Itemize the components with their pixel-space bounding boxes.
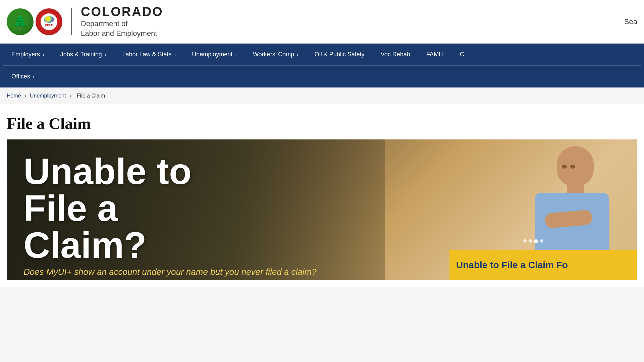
breadcrumb-separator-1: › [24, 93, 28, 99]
carousel-dots[interactable] [523, 239, 543, 243]
chevron-icon: › [297, 52, 299, 57]
hero-banner: Unable to File a Claim? Does MyUI+ show … [7, 139, 637, 280]
banner-yellow-bar[interactable]: Unable to File a Claim Fo [449, 250, 637, 280]
banner-yellow-text: Unable to File a Claim Fo [456, 260, 568, 270]
breadcrumb-home[interactable]: Home [7, 93, 21, 99]
nav-item-employers[interactable]: Employers › [3, 44, 52, 65]
cdle-logo: CDLE [36, 8, 62, 35]
colorado-tree-logo: 🌲 [7, 8, 34, 35]
chevron-icon: › [105, 52, 106, 57]
nav-item-offices[interactable]: Offices › [3, 66, 42, 87]
org-subtitle: Department of Labor and Employment [81, 19, 163, 38]
banner-line1: Unable to [23, 153, 317, 190]
banner-area: Unable to File a Claim? Does MyUI+ show … [0, 139, 644, 287]
org-name-area: COLORADO Department of Labor and Employm… [81, 5, 163, 38]
nav-item-jobs-training[interactable]: Jobs & Training › [52, 44, 114, 65]
banner-text: Unable to File a Claim? Does MyUI+ show … [23, 153, 317, 277]
site-header: 🌲 CDLE COLORADO Department of Labor and … [0, 0, 644, 44]
breadcrumb-unemployment[interactable]: Unemployment [30, 93, 66, 99]
nav-item-voc-rehab[interactable]: Voc Rehab [373, 44, 418, 65]
chevron-icon: › [33, 74, 35, 79]
carousel-dot-2[interactable] [529, 239, 532, 243]
breadcrumb: Home › Unemployment › File a Claim [0, 87, 644, 104]
pine-tree-icon: 🌲 [13, 16, 28, 28]
carousel-dot-4[interactable] [540, 239, 543, 243]
nav-item-unemployment[interactable]: Unemployment › [184, 44, 245, 65]
logo-area: 🌲 CDLE COLORADO Department of Labor and … [7, 5, 163, 38]
carousel-dot-3[interactable] [534, 239, 538, 243]
search-label: Sea [624, 17, 637, 26]
banner-line2: File a [23, 190, 317, 227]
page-title: File a Claim [7, 114, 637, 133]
page-title-area: File a Claim [0, 104, 644, 139]
nav-item-famli[interactable]: FAMLI [418, 44, 452, 65]
chevron-icon: › [43, 52, 44, 57]
nav-row-1: Employers › Jobs & Training › Labor Law … [3, 44, 641, 65]
main-nav: Employers › Jobs & Training › Labor Law … [0, 44, 644, 87]
breadcrumb-separator-2: › [69, 93, 73, 99]
search-area[interactable]: Sea [624, 17, 637, 26]
logo-icons: 🌲 CDLE [7, 8, 62, 35]
banner-sub-text: Does MyUI+ show an account under your na… [23, 267, 317, 277]
banner-line3: Claim? [23, 227, 317, 263]
carousel-dot-1[interactable] [523, 239, 527, 243]
nav-item-workers-comp[interactable]: Workers' Comp › [245, 44, 307, 65]
logo-divider [71, 8, 72, 35]
chevron-icon: › [174, 52, 176, 57]
cdle-label: CDLE [45, 24, 53, 27]
nav-item-more[interactable]: C [452, 44, 472, 65]
nav-row-2: Offices › [3, 65, 641, 87]
cdle-inner: CDLE [41, 13, 57, 30]
chevron-icon: › [235, 52, 237, 57]
org-name: COLORADO [81, 5, 163, 19]
breadcrumb-current: File a Claim [77, 93, 105, 99]
nav-item-labor-law[interactable]: Labor Law & Stats › [114, 44, 184, 65]
nav-item-oil-safety[interactable]: Oil & Public Safety [307, 44, 373, 65]
